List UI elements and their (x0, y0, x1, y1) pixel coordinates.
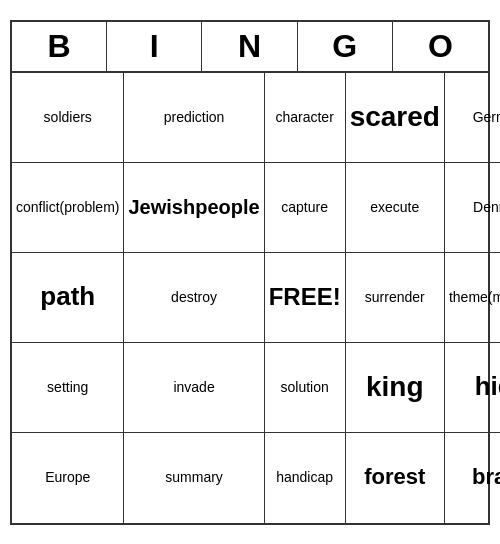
header-letter: G (298, 22, 393, 71)
bingo-cell: soldiers (12, 73, 124, 163)
bingo-cell: forest (346, 433, 445, 523)
header-letter: N (202, 22, 297, 71)
bingo-cell: prediction (124, 73, 264, 163)
bingo-cell: Jewishpeople (124, 163, 264, 253)
bingo-cell: FREE! (265, 253, 346, 343)
bingo-cell: summary (124, 433, 264, 523)
bingo-cell: king (346, 343, 445, 433)
bingo-cell: scared (346, 73, 445, 163)
bingo-cell: execute (346, 163, 445, 253)
bingo-cell: character (265, 73, 346, 163)
bingo-cell: Germany (445, 73, 500, 163)
header-letter: B (12, 22, 107, 71)
bingo-header: BINGO (12, 22, 488, 73)
bingo-cell: setting (12, 343, 124, 433)
bingo-cell: Denmark (445, 163, 500, 253)
bingo-cell: invade (124, 343, 264, 433)
bingo-cell: surrender (346, 253, 445, 343)
header-letter: I (107, 22, 202, 71)
bingo-cell: conflict(problem) (12, 163, 124, 253)
bingo-cell: solution (265, 343, 346, 433)
bingo-cell: handicap (265, 433, 346, 523)
bingo-cell: theme(message) (445, 253, 500, 343)
bingo-cell: path (12, 253, 124, 343)
header-letter: O (393, 22, 488, 71)
bingo-cell: hide (445, 343, 500, 433)
bingo-grid: soldierspredictioncharacterscaredGermany… (12, 73, 488, 523)
bingo-card: BINGO soldierspredictioncharacterscaredG… (10, 20, 490, 525)
bingo-cell: Europe (12, 433, 124, 523)
bingo-cell: capture (265, 163, 346, 253)
bingo-cell: destroy (124, 253, 264, 343)
bingo-cell: brave (445, 433, 500, 523)
